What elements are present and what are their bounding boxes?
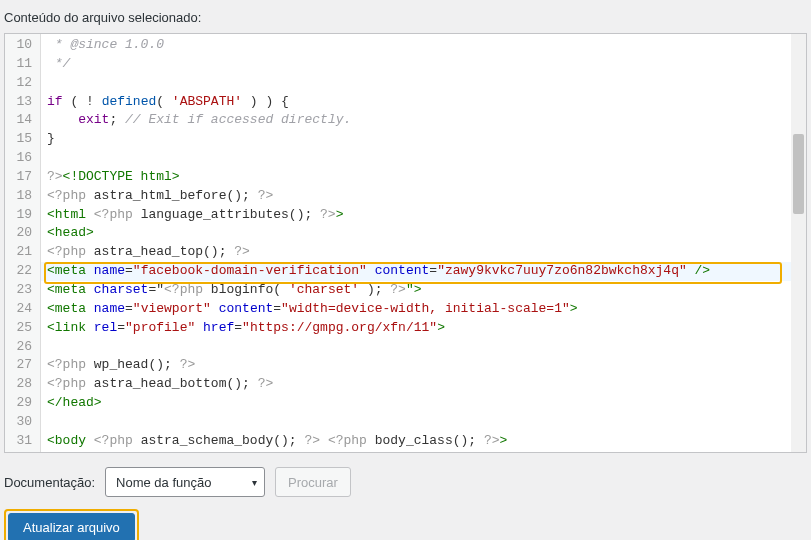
code-editor[interactable]: 1011121314151617181920212223242526272829…	[4, 33, 807, 453]
update-button-highlight: Atualizar arquivo	[4, 509, 139, 540]
vertical-scrollbar[interactable]	[791, 34, 806, 452]
scrollbar-thumb[interactable]	[793, 134, 804, 214]
content-heading: Conteúdo do arquivo selecionado:	[4, 10, 807, 25]
search-button[interactable]: Procurar	[275, 467, 351, 497]
function-name-select[interactable]: Nome da função	[105, 467, 265, 497]
code-content[interactable]: * @since 1.0.0 */ if ( ! defined( 'ABSPA…	[41, 34, 806, 452]
documentation-row: Documentação: Nome da função ▾ Procurar	[4, 467, 807, 497]
line-gutter: 1011121314151617181920212223242526272829…	[5, 34, 41, 452]
documentation-label: Documentação:	[4, 475, 95, 490]
update-file-button[interactable]: Atualizar arquivo	[8, 513, 135, 540]
